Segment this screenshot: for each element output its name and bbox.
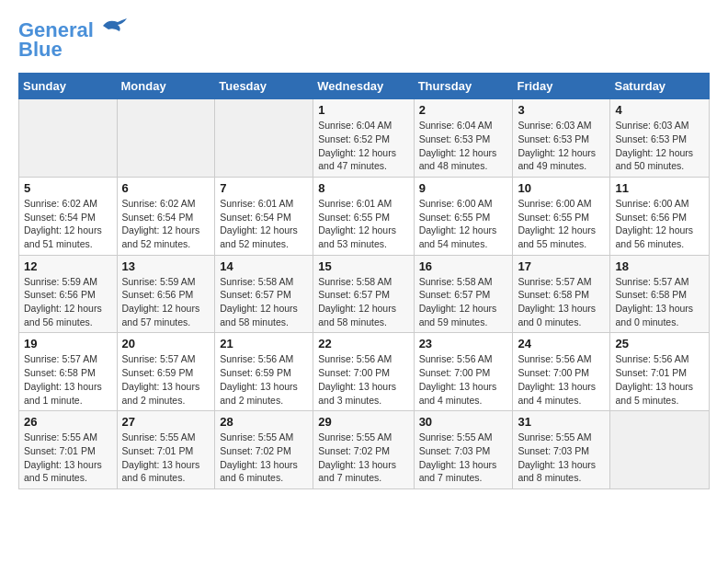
- weekday-header: Sunday: [19, 74, 118, 99]
- day-number: 20: [122, 337, 210, 350]
- day-number: 3: [518, 103, 605, 117]
- day-info: Sunrise: 5:56 AM Sunset: 7:00 PM Dayligh…: [518, 352, 605, 407]
- day-info: Sunrise: 5:58 AM Sunset: 6:57 PM Dayligh…: [220, 275, 308, 329]
- day-number: 6: [122, 181, 210, 195]
- calendar-cell: 26Sunrise: 5:55 AM Sunset: 7:01 PM Dayli…: [19, 411, 118, 489]
- day-info: Sunrise: 5:55 AM Sunset: 7:01 PM Dayligh…: [24, 431, 112, 485]
- calendar-cell: 3Sunrise: 6:03 AM Sunset: 6:53 PM Daylig…: [513, 99, 610, 178]
- calendar-table: SundayMondayTuesdayWednesdayThursdayFrid…: [18, 73, 710, 489]
- day-number: 4: [615, 103, 704, 117]
- page: General Blue SundayMondayTuesdayWednesda…: [0, 0, 728, 504]
- day-number: 31: [518, 415, 605, 429]
- weekday-header: Tuesday: [215, 74, 313, 99]
- day-info: Sunrise: 6:01 AM Sunset: 6:55 PM Dayligh…: [318, 197, 408, 251]
- calendar-cell: 28Sunrise: 5:55 AM Sunset: 7:02 PM Dayli…: [215, 411, 313, 489]
- calendar-cell: 12Sunrise: 5:59 AM Sunset: 6:56 PM Dayli…: [19, 255, 118, 333]
- calendar-week-row: 5Sunrise: 6:02 AM Sunset: 6:54 PM Daylig…: [19, 177, 710, 255]
- header: General Blue: [18, 15, 710, 62]
- calendar-cell: 31Sunrise: 5:55 AM Sunset: 7:03 PM Dayli…: [513, 411, 610, 489]
- calendar-cell: [610, 411, 710, 489]
- calendar-week-row: 1Sunrise: 6:04 AM Sunset: 6:52 PM Daylig…: [19, 99, 710, 178]
- day-info: Sunrise: 5:55 AM Sunset: 7:02 PM Dayligh…: [220, 431, 308, 485]
- day-info: Sunrise: 6:00 AM Sunset: 6:55 PM Dayligh…: [419, 197, 508, 251]
- day-info: Sunrise: 6:02 AM Sunset: 6:54 PM Dayligh…: [24, 197, 112, 251]
- calendar-week-row: 12Sunrise: 5:59 AM Sunset: 6:56 PM Dayli…: [19, 255, 710, 333]
- day-number: 28: [220, 415, 308, 429]
- calendar-cell: 4Sunrise: 6:03 AM Sunset: 6:53 PM Daylig…: [610, 99, 710, 178]
- day-info: Sunrise: 5:58 AM Sunset: 6:57 PM Dayligh…: [318, 275, 408, 329]
- day-number: 13: [122, 259, 210, 273]
- day-number: 7: [220, 181, 308, 195]
- day-number: 23: [419, 337, 508, 350]
- calendar-cell: 20Sunrise: 5:57 AM Sunset: 6:59 PM Dayli…: [117, 333, 215, 411]
- day-info: Sunrise: 6:04 AM Sunset: 6:52 PM Dayligh…: [318, 119, 408, 173]
- weekday-header: Wednesday: [313, 74, 414, 99]
- calendar-cell: 25Sunrise: 5:56 AM Sunset: 7:01 PM Dayli…: [610, 333, 710, 411]
- day-info: Sunrise: 5:56 AM Sunset: 7:01 PM Dayligh…: [615, 352, 704, 407]
- day-number: 22: [318, 337, 408, 350]
- day-number: 29: [318, 415, 408, 429]
- day-info: Sunrise: 5:56 AM Sunset: 6:59 PM Dayligh…: [220, 352, 308, 407]
- calendar-cell: 2Sunrise: 6:04 AM Sunset: 6:53 PM Daylig…: [414, 99, 513, 178]
- calendar-week-row: 26Sunrise: 5:55 AM Sunset: 7:01 PM Dayli…: [19, 411, 710, 489]
- day-info: Sunrise: 5:56 AM Sunset: 7:00 PM Dayligh…: [419, 352, 508, 407]
- day-info: Sunrise: 6:01 AM Sunset: 6:54 PM Dayligh…: [220, 197, 308, 251]
- day-info: Sunrise: 5:57 AM Sunset: 6:58 PM Dayligh…: [518, 275, 605, 329]
- calendar-cell: 9Sunrise: 6:00 AM Sunset: 6:55 PM Daylig…: [414, 177, 513, 255]
- calendar-cell: [19, 99, 118, 178]
- calendar-cell: [117, 99, 215, 178]
- day-number: 10: [518, 181, 605, 195]
- day-number: 11: [615, 181, 704, 195]
- day-info: Sunrise: 6:00 AM Sunset: 6:56 PM Dayligh…: [615, 197, 704, 251]
- calendar-cell: 18Sunrise: 5:57 AM Sunset: 6:58 PM Dayli…: [610, 255, 710, 333]
- day-info: Sunrise: 6:03 AM Sunset: 6:53 PM Dayligh…: [518, 119, 605, 173]
- day-number: 26: [24, 415, 112, 429]
- day-info: Sunrise: 5:55 AM Sunset: 7:02 PM Dayligh…: [318, 431, 408, 485]
- day-info: Sunrise: 5:55 AM Sunset: 7:01 PM Dayligh…: [122, 431, 210, 485]
- calendar-cell: 10Sunrise: 6:00 AM Sunset: 6:55 PM Dayli…: [513, 177, 610, 255]
- day-info: Sunrise: 5:57 AM Sunset: 6:58 PM Dayligh…: [24, 352, 112, 407]
- logo-bird-icon: [101, 15, 129, 37]
- calendar-week-row: 19Sunrise: 5:57 AM Sunset: 6:58 PM Dayli…: [19, 333, 710, 411]
- weekday-header: Friday: [513, 74, 610, 99]
- day-number: 14: [220, 259, 308, 273]
- calendar-cell: 30Sunrise: 5:55 AM Sunset: 7:03 PM Dayli…: [414, 411, 513, 489]
- calendar-cell: 6Sunrise: 6:02 AM Sunset: 6:54 PM Daylig…: [117, 177, 215, 255]
- day-number: 12: [24, 259, 112, 273]
- day-number: 8: [318, 181, 408, 195]
- calendar-cell: 23Sunrise: 5:56 AM Sunset: 7:00 PM Dayli…: [414, 333, 513, 411]
- day-info: Sunrise: 5:57 AM Sunset: 6:59 PM Dayligh…: [122, 352, 210, 407]
- calendar-cell: 16Sunrise: 5:58 AM Sunset: 6:57 PM Dayli…: [414, 255, 513, 333]
- calendar-cell: 5Sunrise: 6:02 AM Sunset: 6:54 PM Daylig…: [19, 177, 118, 255]
- calendar-header-row: SundayMondayTuesdayWednesdayThursdayFrid…: [19, 74, 710, 99]
- day-number: 24: [518, 337, 605, 350]
- day-info: Sunrise: 6:04 AM Sunset: 6:53 PM Dayligh…: [419, 119, 508, 173]
- calendar-cell: 14Sunrise: 5:58 AM Sunset: 6:57 PM Dayli…: [215, 255, 313, 333]
- day-number: 30: [419, 415, 508, 429]
- weekday-header: Thursday: [414, 74, 513, 99]
- calendar-cell: 24Sunrise: 5:56 AM Sunset: 7:00 PM Dayli…: [513, 333, 610, 411]
- calendar-cell: 17Sunrise: 5:57 AM Sunset: 6:58 PM Dayli…: [513, 255, 610, 333]
- calendar-cell: [215, 99, 313, 178]
- day-number: 27: [122, 415, 210, 429]
- calendar-cell: 19Sunrise: 5:57 AM Sunset: 6:58 PM Dayli…: [19, 333, 118, 411]
- day-info: Sunrise: 5:58 AM Sunset: 6:57 PM Dayligh…: [419, 275, 508, 329]
- day-number: 19: [24, 337, 112, 350]
- day-info: Sunrise: 6:02 AM Sunset: 6:54 PM Dayligh…: [122, 197, 210, 251]
- day-number: 17: [518, 259, 605, 273]
- calendar-cell: 13Sunrise: 5:59 AM Sunset: 6:56 PM Dayli…: [117, 255, 215, 333]
- day-number: 25: [615, 337, 704, 350]
- day-number: 15: [318, 259, 408, 273]
- calendar-cell: 29Sunrise: 5:55 AM Sunset: 7:02 PM Dayli…: [313, 411, 414, 489]
- day-number: 5: [24, 181, 112, 195]
- day-number: 2: [419, 103, 508, 117]
- day-number: 1: [318, 103, 408, 117]
- weekday-header: Monday: [117, 74, 215, 99]
- day-number: 9: [419, 181, 508, 195]
- day-info: Sunrise: 5:59 AM Sunset: 6:56 PM Dayligh…: [24, 275, 112, 329]
- day-number: 21: [220, 337, 308, 350]
- day-number: 16: [419, 259, 508, 273]
- day-info: Sunrise: 5:56 AM Sunset: 7:00 PM Dayligh…: [318, 352, 408, 407]
- calendar-cell: 27Sunrise: 5:55 AM Sunset: 7:01 PM Dayli…: [117, 411, 215, 489]
- day-info: Sunrise: 5:55 AM Sunset: 7:03 PM Dayligh…: [419, 431, 508, 485]
